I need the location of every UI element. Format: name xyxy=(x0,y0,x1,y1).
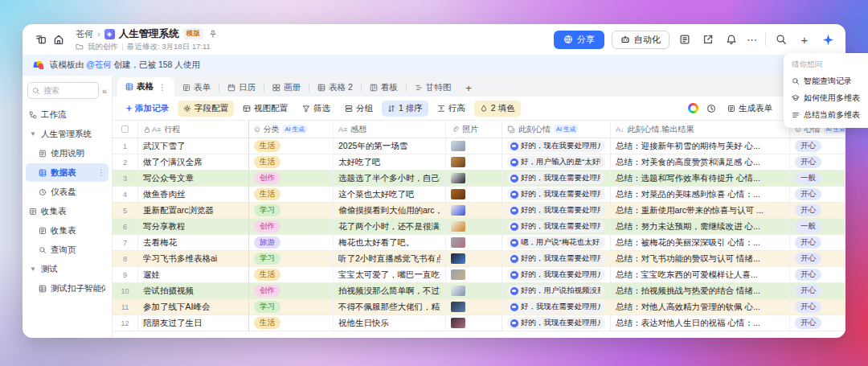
cell-mood-result[interactable]: 总结：对菜品的美味感到惊喜 心情：... xyxy=(611,187,790,203)
photo-thumbnail[interactable] xyxy=(451,318,465,328)
cell-mood-result[interactable]: 总结：表达对他人生日的祝福 心情：... xyxy=(611,315,790,331)
more-actions-icon[interactable]: ⋯ xyxy=(747,34,758,46)
group-button[interactable]: 分组 xyxy=(339,101,379,117)
cell-thought[interactable]: 宝宝太可爱了，嘴巴一直吃个... xyxy=(334,267,446,283)
cell-category[interactable]: 旅游 xyxy=(249,235,334,251)
table-row[interactable]: 10尝试拍摄视频创作拍视频没那么简单啊，不过我...好的，用户说拍视频没那么..… xyxy=(113,283,845,299)
row-number[interactable]: 7 xyxy=(113,235,138,251)
search-icon[interactable] xyxy=(773,31,789,47)
row-number[interactable]: 3 xyxy=(113,171,138,187)
field-config-button[interactable]: 字段配置 xyxy=(178,101,234,117)
sidebar-item-1[interactable]: ▼人生管理系统 xyxy=(26,125,108,143)
view-tab-1[interactable]: 表单 xyxy=(174,79,219,97)
sidebar-item-5[interactable]: 收集表 xyxy=(26,202,108,220)
sidebar-search-box[interactable] xyxy=(27,82,99,99)
cell-mood-raw[interactable]: 好，我现在需要处理用户的... xyxy=(502,299,611,315)
cell-category[interactable]: 创作 xyxy=(249,283,334,299)
table-row[interactable]: 4做鱼香肉丝生活这个菜也太好吃了吧好的，我现在需要处理用户...总结：对菜品的美… xyxy=(113,187,845,203)
cell-photo[interactable] xyxy=(446,235,502,251)
view-tab-5[interactable]: 看板 xyxy=(362,79,406,97)
ai-suggestion-item-0[interactable]: 智能查询记录 xyxy=(792,76,868,87)
cell-mood-raw[interactable]: 好的，现在我要处理用户输... xyxy=(502,138,611,154)
cell-mood[interactable]: 开心 xyxy=(790,154,845,171)
cell-trip[interactable]: 写公众号文章 xyxy=(138,171,249,187)
column-header-1[interactable]: ⊙分类AI 生成 xyxy=(249,121,334,138)
fill-color-button[interactable]: 2 填色 xyxy=(474,101,521,117)
table-row[interactable]: 12陪朋友过了生日生活祝他生日快乐好的，我现在要处理用户的...总结：表达对他人… xyxy=(113,315,845,331)
row-number[interactable]: 10 xyxy=(113,283,138,299)
photo-thumbnail[interactable] xyxy=(451,205,465,216)
cell-trip[interactable]: 学习飞书多维表格ai xyxy=(138,251,249,267)
sidebar-search-input[interactable] xyxy=(43,86,94,95)
cell-mood-result[interactable]: 总结：重新使用arc带来的惊喜与认可 ... xyxy=(611,203,790,219)
cell-mood[interactable]: 开心 xyxy=(790,235,845,251)
row-number[interactable]: 5 xyxy=(113,203,138,219)
photo-thumbnail[interactable] xyxy=(451,237,465,248)
cell-photo[interactable] xyxy=(446,283,502,299)
share-button[interactable]: 分享 xyxy=(554,31,604,49)
photo-thumbnail[interactable] xyxy=(451,221,465,232)
sidebar-item-4[interactable]: 仪表盘 xyxy=(26,183,108,201)
cell-mood-raw[interactable]: 好的，我现在需要处理用户... xyxy=(502,251,611,267)
cell-photo[interactable] xyxy=(446,267,502,283)
folder-label[interactable]: 我的创作 xyxy=(88,42,118,52)
cell-trip[interactable]: 武汉下雪了 xyxy=(138,138,249,154)
row-number[interactable]: 1 xyxy=(113,138,138,154)
add-icon[interactable]: + xyxy=(796,31,813,47)
automation-button[interactable]: 自动化 xyxy=(612,31,669,49)
cell-thought[interactable]: 祝他生日快乐 xyxy=(334,315,446,331)
cell-mood-raw[interactable]: 好的，我现在需要处理用户... xyxy=(502,203,611,219)
cell-trip[interactable]: 遛娃 xyxy=(138,267,249,283)
cell-category[interactable]: 生活 xyxy=(249,187,334,203)
cell-mood[interactable]: 开心 xyxy=(790,187,845,203)
cell-mood-raw[interactable]: 好的，我现在需要处理用户... xyxy=(502,187,611,203)
cell-mood[interactable]: 开心 xyxy=(790,283,845,299)
cell-trip[interactable]: 参加了线下AI峰会 xyxy=(138,299,249,315)
sidebar-item-6[interactable]: 收集表 xyxy=(26,221,108,240)
cell-mood-result[interactable]: 总结：宝宝吃东西的可爱模样让人喜... xyxy=(611,267,790,283)
view-config-button[interactable]: 视图配置 xyxy=(237,101,293,117)
table-row[interactable]: 3写公众号文章创作选题选了半个多小时，自己手...好的，我现在需要处理用户...… xyxy=(113,171,845,187)
sidebar-item-0[interactable]: 工作流 xyxy=(26,105,108,124)
cell-thought[interactable]: 不得不佩服那些大佬们，精力... xyxy=(334,299,446,315)
cell-photo[interactable] xyxy=(446,299,502,315)
sidebar-item-7[interactable]: 查询页 xyxy=(26,241,108,259)
cell-category[interactable]: 生活 xyxy=(249,154,334,171)
view-tab-2[interactable]: 日历 xyxy=(219,79,264,97)
photo-thumbnail[interactable] xyxy=(451,157,465,167)
tab-more-icon[interactable]: ⋮ xyxy=(158,83,166,92)
sidebar-item-2[interactable]: 使用说明 xyxy=(26,144,108,162)
home-icon[interactable] xyxy=(50,31,68,48)
cell-category[interactable]: 学习 xyxy=(249,203,334,219)
cell-mood-result[interactable]: 总结：迎接新年初雪的期待与美好 心... xyxy=(611,138,790,154)
sort-button[interactable]: 1 排序 xyxy=(382,101,428,117)
ai-suggestion-item-1[interactable]: 如何使用多维表 xyxy=(792,93,868,104)
view-tab-3[interactable]: 画册 xyxy=(264,79,309,97)
cell-category[interactable]: 学习 xyxy=(249,299,334,315)
row-number[interactable]: 6 xyxy=(113,219,138,235)
cell-mood-result[interactable]: 总结：对他人高效精力管理的钦佩 心... xyxy=(611,299,790,315)
cell-thought[interactable]: 梅花也太好看了吧。 xyxy=(334,235,446,251)
cell-category[interactable]: 创作 xyxy=(249,219,334,235)
photo-thumbnail[interactable] xyxy=(451,141,465,151)
cell-mood-result[interactable]: 总结：被梅花的美丽深深吸引 心情：... xyxy=(611,235,790,251)
cell-trip[interactable]: 做鱼香肉丝 xyxy=(138,187,249,203)
cell-category[interactable]: 创作 xyxy=(249,171,334,187)
ai-color-circle-icon[interactable] xyxy=(688,103,698,113)
cell-mood[interactable]: 开心 xyxy=(790,138,845,154)
breadcrumb-root[interactable]: 苍何 xyxy=(76,28,93,40)
cell-trip[interactable]: 去看梅花 xyxy=(138,235,249,251)
row-number[interactable]: 2 xyxy=(113,154,138,171)
view-tab-4[interactable]: 表格 2 xyxy=(309,79,361,97)
cell-mood-result[interactable]: 总结：对飞书功能的赞叹与认可 情绪... xyxy=(611,251,790,267)
photo-thumbnail[interactable] xyxy=(451,286,465,296)
cell-photo[interactable] xyxy=(446,171,502,187)
select-all-checkbox[interactable] xyxy=(121,125,129,133)
cell-mood-result[interactable]: 总结：选题和写作效率有待提升 心情... xyxy=(611,171,790,187)
cell-mood[interactable]: 一般 xyxy=(790,171,845,187)
table-row[interactable]: 1武汉下雪了生活2025年的第一场雪好的，现在我要处理用户输...总结：迎接新年… xyxy=(113,138,845,154)
row-number[interactable]: 11 xyxy=(113,299,138,315)
record-panel-icon[interactable] xyxy=(677,31,693,47)
cell-mood-raw[interactable]: 好的，我现在要处理用户的... xyxy=(502,267,611,283)
cell-mood-result[interactable]: 总结：努力未达预期，需继续改进 心... xyxy=(611,219,790,235)
